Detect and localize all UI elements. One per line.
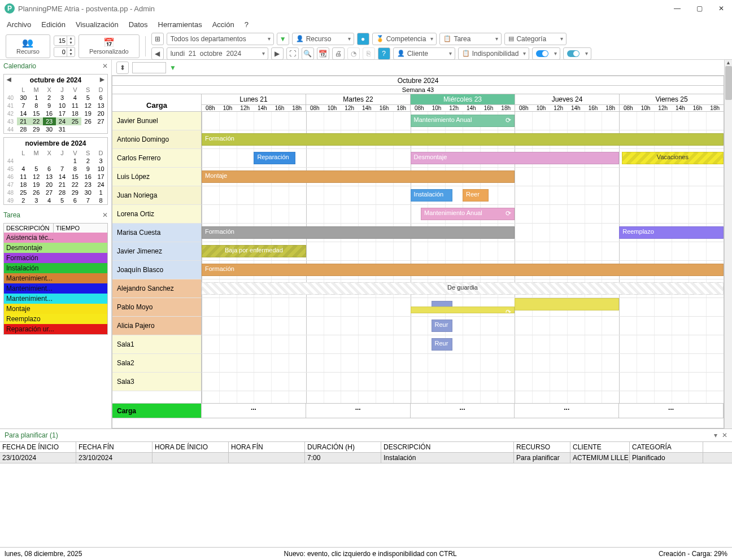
tarea-dropdown[interactable]: 📋Tarea (439, 33, 502, 45)
day-header[interactable]: Lunes 21 (202, 94, 306, 105)
recurso-dropdown[interactable]: 👤Recurso (292, 33, 354, 45)
spin-down-icon[interactable]: ▼ (67, 41, 75, 45)
spin-top[interactable]: ▲▼ (54, 36, 75, 46)
event-bar[interactable]: Instalación (411, 189, 452, 202)
planner-header-cell[interactable]: FECHA DE ÍNICIO (0, 442, 76, 452)
toggle-1[interactable] (532, 47, 560, 60)
grid-area[interactable]: De guardiaMantenimiento Anual ⟳Formación… (202, 112, 724, 403)
h-scroll[interactable] (112, 418, 724, 428)
org-icon[interactable]: ⊞ (151, 33, 164, 45)
task-row[interactable]: Mantenimient... (4, 273, 107, 283)
menu-herramientas[interactable]: Herramientas (158, 20, 202, 29)
resource-row[interactable]: Sala2 (112, 354, 201, 373)
close-panel-icon[interactable]: ✕ (722, 431, 727, 439)
day-header[interactable]: Jueves 24 (515, 94, 619, 105)
planner-header-cell[interactable]: FECHA FÍN (76, 442, 152, 452)
export-icon[interactable]: ⎘ (363, 47, 375, 60)
carga-cell[interactable]: ... (306, 404, 411, 418)
toolbar-personalizado[interactable]: 📅 Personalizado (79, 34, 140, 58)
resource-row[interactable]: Pablo Moyo (112, 298, 201, 317)
event-bar[interactable]: ⟳ (411, 307, 515, 313)
event-bar[interactable]: Reer (463, 189, 489, 202)
search-icon[interactable]: 🔍 (302, 47, 314, 60)
filter-funnel-icon[interactable]: ▼ (169, 64, 176, 72)
planner-header-cell[interactable]: HORA FÍN (229, 442, 305, 452)
event-bar-guardia[interactable]: De guardia (202, 282, 724, 295)
event-bar[interactable]: Montaje (202, 170, 515, 183)
resource-row[interactable]: Luis López (112, 168, 201, 186)
resource-row[interactable]: Sala1 (112, 335, 201, 354)
day-header[interactable]: Viernes 25 (620, 94, 724, 105)
menu-datos[interactable]: Datos (129, 20, 148, 29)
event-bar[interactable]: Vacaciones (622, 152, 724, 164)
carga-cell[interactable]: ... (515, 404, 619, 418)
scroll-up-icon[interactable]: ▲ (725, 60, 732, 65)
task-row[interactable]: Reemplazo (4, 314, 107, 324)
resource-row[interactable]: Javier Bunuel (112, 112, 201, 130)
event-bar[interactable] (515, 298, 619, 310)
planner-cell[interactable] (152, 453, 229, 463)
menu-edicion[interactable]: Edición (41, 20, 66, 29)
planner-cell[interactable]: Planificado (630, 453, 703, 463)
chart-icon[interactable]: ◔ (347, 47, 360, 60)
planner-header-cell[interactable]: CATEGORÍA (630, 442, 703, 452)
planner-cell[interactable]: 7:00 (305, 453, 381, 463)
competencia-dropdown[interactable]: 🏅Competencia (372, 33, 437, 45)
help-icon[interactable]: ? (378, 47, 390, 60)
day-header[interactable]: Martes 22 (306, 94, 410, 105)
menu-accion[interactable]: Acción (212, 20, 234, 29)
resource-row[interactable]: Alejandro Sanchez (112, 279, 201, 298)
carga-cell[interactable]: ... (202, 404, 306, 418)
schedule-grid[interactable]: Javier BunuelAntonio DomingoCarlos Ferre… (112, 112, 724, 403)
task-row[interactable]: Reparación ur... (4, 324, 107, 334)
cal-nov-table[interactable]: LMXJVSD 44123 4545678910 461112131415161… (4, 149, 107, 204)
v-scroll[interactable]: ▲ (724, 60, 732, 428)
schedule-search-input[interactable] (132, 62, 166, 73)
date-next-icon[interactable]: ▶ (271, 47, 284, 60)
date-field[interactable]: lundi 21 octobre 2024 (167, 47, 268, 60)
cal-next-icon[interactable]: ▶ (100, 76, 104, 82)
spin-bottom-input[interactable] (54, 48, 67, 56)
spin-bottom[interactable]: ▲▼ (54, 47, 75, 57)
task-table[interactable]: DESCRIPCIÓN TIEMPO Asistencia téc...Desm… (3, 223, 108, 335)
collapse-icon[interactable]: ▾ (714, 431, 717, 439)
event-bar[interactable]: Desmontaje (411, 152, 620, 164)
indisponibilidad-dropdown[interactable]: 📋Indisponibilidad (458, 47, 530, 60)
today-icon[interactable]: 📆 (317, 47, 329, 60)
filter-icon[interactable]: ▼ (277, 33, 289, 45)
event-bar[interactable]: Reemplazo (619, 226, 724, 239)
globe-icon[interactable]: ● (357, 33, 369, 45)
sort-icon[interactable]: ⬍ (116, 62, 129, 74)
resource-row[interactable]: Alicia Pajero (112, 317, 201, 335)
planner-cell[interactable]: 23/10/2024 (0, 453, 76, 463)
planner-cell[interactable]: Instalación (381, 453, 514, 463)
maximize-icon[interactable]: ▢ (696, 5, 703, 12)
task-row[interactable]: Asistencia téc... (4, 233, 107, 243)
resource-row[interactable]: Joaquín Blasco (112, 261, 201, 279)
carga-cell[interactable]: ... (619, 404, 724, 418)
resource-row[interactable]: Antonio Domingo (112, 130, 201, 149)
event-bar[interactable]: Mantenimiento Anual ⟳ (411, 115, 515, 127)
cal-prev-icon[interactable]: ◀ (7, 76, 11, 82)
close-panel-icon[interactable]: ✕ (102, 211, 108, 219)
resource-row[interactable]: Marisa Cuesta (112, 224, 201, 242)
task-row[interactable]: Desmontaje (4, 243, 107, 253)
event-bar[interactable]: Formación (202, 226, 515, 239)
print-icon[interactable]: 🖨 (332, 47, 345, 60)
task-row[interactable]: Formación (4, 253, 107, 263)
toolbar-recurso[interactable]: 👥 Recurso (6, 34, 50, 58)
carga-cell[interactable]: ... (411, 404, 515, 418)
resource-row[interactable]: Javier Jimenez (112, 242, 201, 261)
event-bar[interactable]: Mantenimiento Anual ⟳ (421, 208, 515, 220)
spin-up-icon[interactable]: ▲ (67, 36, 75, 41)
planner-header-cell[interactable]: CLIENTE (570, 442, 630, 452)
planner-cell[interactable] (229, 453, 305, 463)
task-row[interactable]: Instalación (4, 263, 107, 273)
scroll-thumb[interactable] (725, 66, 732, 100)
minimize-icon[interactable]: — (674, 5, 681, 12)
planner-cell[interactable]: ACTEMIUM LILLE ... (570, 453, 630, 463)
planner-header-cell[interactable]: RECURSO (514, 442, 570, 452)
planner-cell[interactable]: Para planificar (514, 453, 570, 463)
event-bar[interactable]: Baja por enfermedad (202, 245, 306, 257)
menu-visualizacion[interactable]: Visualización (76, 20, 119, 29)
